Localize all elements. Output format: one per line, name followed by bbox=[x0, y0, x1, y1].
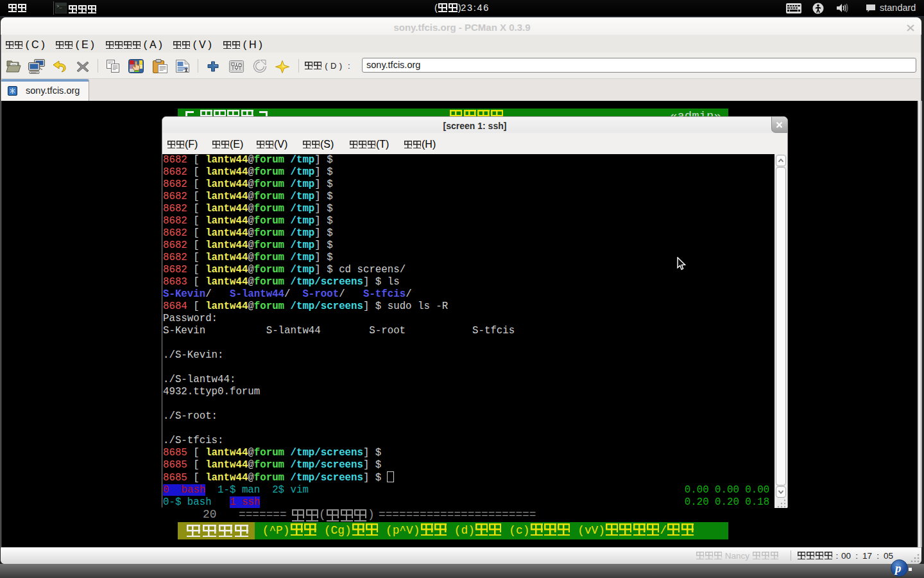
svg-text:p: p bbox=[894, 561, 902, 575]
svg-text:>_: >_ bbox=[56, 4, 62, 9]
